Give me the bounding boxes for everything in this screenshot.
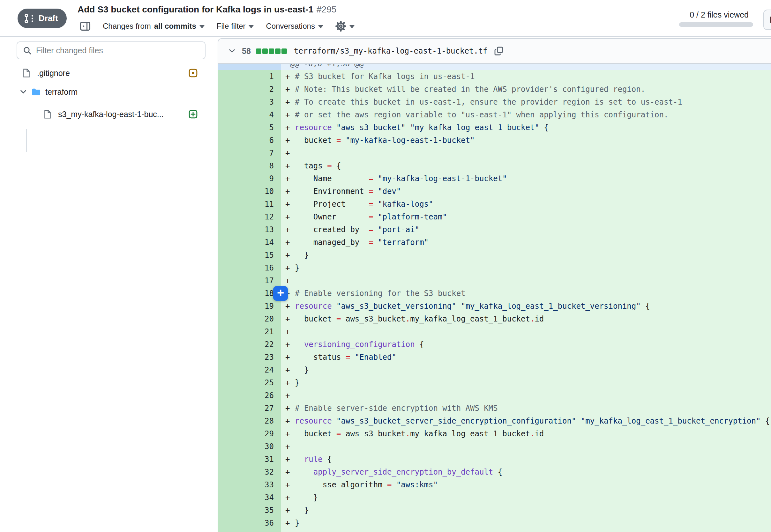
line-number[interactable]: 20 bbox=[218, 313, 281, 325]
line-number[interactable]: 11 bbox=[218, 198, 281, 211]
line-number[interactable]: 17 bbox=[218, 274, 281, 287]
diff-line: 31+ rule { bbox=[218, 453, 771, 466]
diff-line: 28+resource "aws_s3_bucket_server_side_e… bbox=[218, 415, 771, 427]
diffstat-square bbox=[262, 48, 268, 54]
changes-from-dropdown[interactable]: Changes from all commits bbox=[103, 22, 204, 31]
line-number[interactable]: 13 bbox=[218, 223, 281, 236]
diff-line: 2+# Note: This bucket will be created in… bbox=[218, 83, 771, 96]
file-icon bbox=[22, 68, 31, 78]
code-content: # Enable versioning for the S3 bucket bbox=[295, 287, 771, 300]
addition-marker: + bbox=[281, 83, 295, 96]
code-content: # or set the aws_region variable to "us-… bbox=[295, 108, 771, 121]
line-number[interactable]: 6 bbox=[218, 134, 281, 147]
line-number[interactable]: 3 bbox=[218, 96, 281, 108]
diff-line: 22+ versioning_configuration { bbox=[218, 338, 771, 351]
line-number[interactable]: 19 bbox=[218, 300, 281, 313]
addition-marker: + bbox=[281, 147, 295, 159]
collapse-sidebar-button[interactable] bbox=[80, 21, 91, 32]
code-content: sse_algorithm = "aws:kms" bbox=[295, 478, 771, 491]
files-viewed-status: 0 / 2 files viewed bbox=[679, 10, 753, 27]
line-number[interactable] bbox=[218, 529, 281, 532]
line-number[interactable]: 29 bbox=[218, 427, 281, 440]
line-number[interactable]: 21 bbox=[218, 325, 281, 338]
line-number[interactable]: 14 bbox=[218, 236, 281, 249]
hunk-gutter bbox=[218, 64, 281, 70]
line-number[interactable]: 9 bbox=[218, 172, 281, 185]
line-number[interactable]: 10 bbox=[218, 185, 281, 198]
line-number[interactable]: 34 bbox=[218, 491, 281, 504]
line-number[interactable]: 24 bbox=[218, 364, 281, 376]
line-number[interactable]: 16 bbox=[218, 262, 281, 274]
line-number[interactable]: 35 bbox=[218, 504, 281, 517]
line-number[interactable]: 30 bbox=[218, 440, 281, 453]
diff-line: 13+ created_by = "port-ai" bbox=[218, 223, 771, 236]
copy-path-button[interactable] bbox=[494, 46, 504, 56]
line-number[interactable]: 12 bbox=[218, 211, 281, 223]
page-title: Add S3 bucket configuration for Kafka lo… bbox=[78, 4, 336, 15]
line-number[interactable]: 8 bbox=[218, 159, 281, 172]
filter-changed-files-input[interactable] bbox=[36, 46, 199, 55]
line-number[interactable]: 2 bbox=[218, 83, 281, 96]
tree-indent-guide bbox=[26, 129, 27, 152]
line-number[interactable]: 31 bbox=[218, 453, 281, 466]
collapse-file-chevron-icon[interactable] bbox=[228, 47, 236, 55]
chevron-down-icon bbox=[349, 25, 354, 28]
diff-line: 15+ } bbox=[218, 249, 771, 262]
line-number[interactable]: 22 bbox=[218, 338, 281, 351]
line-number[interactable]: 28 bbox=[218, 415, 281, 427]
line-number[interactable]: 4 bbox=[218, 108, 281, 121]
line-number[interactable]: 33 bbox=[218, 478, 281, 491]
diffstat-square bbox=[256, 48, 261, 54]
line-number[interactable]: 25 bbox=[218, 376, 281, 389]
file-filter-dropdown[interactable]: File filter bbox=[217, 22, 254, 31]
diff-file-path[interactable]: terraform/s3_my-kafka-log-east-1-bucket.… bbox=[294, 47, 488, 55]
diff-line: 34+ } bbox=[218, 491, 771, 504]
addition-marker: + bbox=[281, 172, 295, 185]
pr-header: Draft Add S3 bucket configuration for Ka… bbox=[0, 0, 771, 37]
diff-line: 25+} bbox=[218, 376, 771, 389]
search-icon bbox=[23, 46, 32, 55]
code-content: bucket = aws_s3_bucket.my_kafka_log_east… bbox=[295, 313, 771, 325]
diff-file-header: 58 terraform/s3_my-kafka-log-east-1-buck… bbox=[218, 39, 771, 64]
line-number[interactable]: 15 bbox=[218, 249, 281, 262]
addition-marker: + bbox=[281, 491, 295, 504]
addition-marker: + bbox=[281, 402, 295, 415]
review-button-partial[interactable]: R bbox=[763, 10, 771, 30]
addition-marker: + bbox=[281, 96, 295, 108]
diff-toolbar: Changes from all commits File filter Con… bbox=[80, 19, 354, 33]
diff-settings-dropdown[interactable] bbox=[335, 21, 354, 32]
hunk-header-row: @@ -0,0 +1,58 @@ bbox=[218, 64, 771, 70]
line-number[interactable]: 7 bbox=[218, 147, 281, 159]
line-number[interactable]: 23 bbox=[218, 351, 281, 364]
tree-item-gitignore[interactable]: .gitignore bbox=[0, 64, 216, 82]
line-number[interactable]: 32 bbox=[218, 466, 281, 478]
code-content: # To create this bucket in us-east-1, en… bbox=[295, 96, 771, 108]
chevron-down-icon bbox=[199, 25, 204, 28]
addition-marker: + bbox=[281, 440, 295, 453]
addition-marker: + bbox=[281, 415, 295, 427]
diff-line: 26+ bbox=[218, 389, 771, 402]
file-filter-label: File filter bbox=[217, 22, 246, 31]
line-number[interactable]: 27 bbox=[218, 402, 281, 415]
line-number[interactable]: 5 bbox=[218, 121, 281, 134]
line-number[interactable]: 36 bbox=[218, 517, 281, 529]
diff-line: 17+ bbox=[218, 274, 771, 287]
line-number[interactable]: 26 bbox=[218, 389, 281, 402]
line-number[interactable]: 1 bbox=[218, 70, 281, 83]
tree-item-terraform-folder[interactable]: terraform bbox=[0, 83, 216, 101]
diff-line bbox=[218, 529, 771, 532]
line-number[interactable]: 18 bbox=[218, 287, 281, 300]
diff-line: 11+ Project = "kafka-logs" bbox=[218, 198, 771, 211]
addition-marker: + bbox=[281, 453, 295, 466]
diffstat-square bbox=[275, 48, 280, 54]
addition-marker: + bbox=[281, 364, 295, 376]
addition-marker: + bbox=[281, 159, 295, 172]
add-line-comment-button[interactable]: + bbox=[273, 286, 288, 301]
code-content: } bbox=[295, 491, 771, 504]
diff-line: 9+ Name = "my-kafka-log-east-1-bucket" bbox=[218, 172, 771, 185]
diff-line: 21+ bbox=[218, 325, 771, 338]
diff-line: 30+ bbox=[218, 440, 771, 453]
tree-item-s3-bucket-file[interactable]: s3_my-kafka-log-east-1-buc... bbox=[0, 105, 216, 123]
diff-line: 4+# or set the aws_region variable to "u… bbox=[218, 108, 771, 121]
conversations-dropdown[interactable]: Conversations bbox=[266, 22, 323, 31]
